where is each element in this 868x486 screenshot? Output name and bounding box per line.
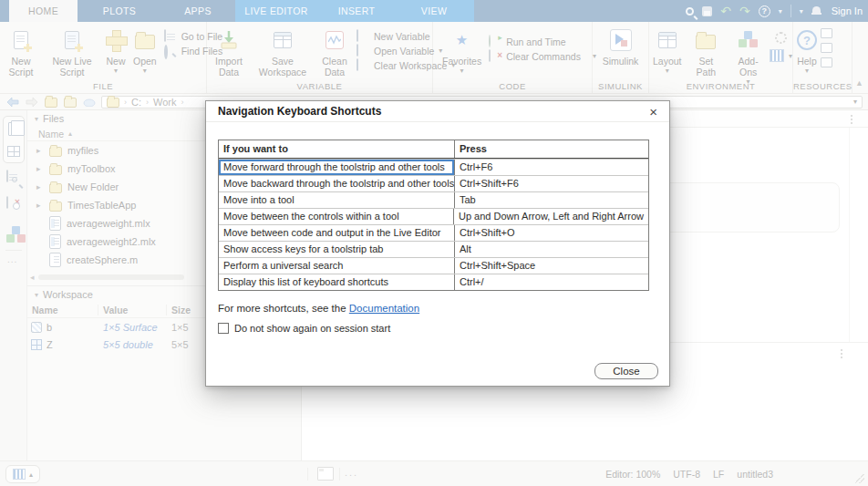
dialog-footer-text: For more shortcuts, see the Documentatio… xyxy=(218,303,419,314)
table-header-row: If you want to Press xyxy=(219,140,648,159)
do-not-show-checkbox-row: Do not show again on session start xyxy=(218,323,390,334)
table-row[interactable]: Show access keys for a toolstrip tab Alt xyxy=(219,241,648,257)
table-row[interactable]: Move between code and output in the Live… xyxy=(219,224,648,241)
shortcuts-table: If you want to Press Move forward throug… xyxy=(218,140,649,291)
table-row[interactable]: Perform a universal search Ctrl+Shift+Sp… xyxy=(219,257,648,274)
table-row[interactable]: Move forward through the toolstrip and o… xyxy=(219,159,648,175)
documentation-link[interactable]: Documentation xyxy=(349,303,419,314)
table-row[interactable]: Move between the controls within a tool … xyxy=(219,208,648,224)
dialog-title: Navigation Keyboard Shortcuts xyxy=(218,105,649,118)
table-row[interactable]: Display this list of keyboard shortcuts … xyxy=(219,274,648,290)
col-header-press: Press xyxy=(455,140,648,158)
close-icon[interactable]: × xyxy=(649,105,657,119)
close-button[interactable]: Close xyxy=(594,363,658,379)
table-row[interactable]: Move backward through the toolstrip and … xyxy=(219,175,648,191)
table-row[interactable]: Move into a tool Tab xyxy=(219,191,648,208)
navigation-keyboard-shortcuts-dialog: Navigation Keyboard Shortcuts × If you w… xyxy=(205,100,670,387)
checkbox-label: Do not show again on session start xyxy=(234,323,390,334)
checkbox[interactable] xyxy=(218,323,229,334)
dialog-title-bar: Navigation Keyboard Shortcuts × xyxy=(206,101,669,122)
col-header-action: If you want to xyxy=(219,140,455,158)
